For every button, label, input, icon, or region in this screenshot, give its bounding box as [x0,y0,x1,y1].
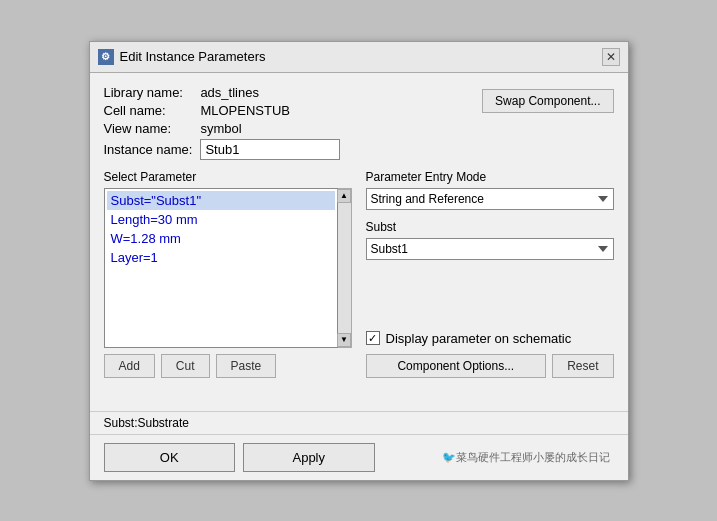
display-param-checkbox[interactable] [366,331,380,345]
cell-value: MLOPENSTUB [200,103,340,118]
instance-name-input[interactable] [200,139,340,160]
bottom-buttons: OK Apply 🐦菜鸟硬件工程师小屡的成长日记 [90,434,628,480]
add-button[interactable]: Add [104,354,155,378]
scroll-up-arrow[interactable]: ▲ [337,189,351,203]
param-list-container: Subst="Subst1" Length=30 mm W=1.28 mm La… [104,188,352,348]
header-row: Library name: ads_tlines Cell name: MLOP… [104,85,614,160]
instance-label: Instance name: [104,142,193,157]
param-item-0[interactable]: Subst="Subst1" [107,191,335,210]
dialog-content: Library name: ads_tlines Cell name: MLOP… [90,73,628,409]
right-panel: Parameter Entry Mode String and Referenc… [366,170,614,378]
action-buttons: Add Cut Paste [104,354,352,378]
display-param-label: Display parameter on schematic [386,331,572,346]
status-text: Subst:Substrate [104,416,189,430]
display-param-row: Display parameter on schematic [366,331,614,346]
cut-button[interactable]: Cut [161,354,210,378]
library-value: ads_tlines [200,85,340,100]
reset-button[interactable]: Reset [552,354,613,378]
param-item-3[interactable]: Layer=1 [107,248,335,267]
title-bar: ⚙ Edit Instance Parameters ✕ [90,42,628,73]
edit-instance-dialog: ⚙ Edit Instance Parameters ✕ Library nam… [89,41,629,481]
subst-field-label: Subst [366,220,614,234]
param-list[interactable]: Subst="Subst1" Length=30 mm W=1.28 mm La… [104,188,338,348]
main-section: Select Parameter Subst="Subst1" Length=3… [104,170,614,378]
title-bar-left: ⚙ Edit Instance Parameters [98,49,266,65]
apply-button[interactable]: Apply [243,443,375,472]
watermark: 🐦菜鸟硬件工程师小屡的成长日记 [383,443,614,472]
close-button[interactable]: ✕ [602,48,620,66]
dialog-title: Edit Instance Parameters [120,49,266,64]
subst-select[interactable]: Subst1 [366,238,614,260]
entry-mode-label: Parameter Entry Mode [366,170,614,184]
view-label: View name: [104,121,193,136]
swap-component-button[interactable]: Swap Component... [482,89,613,113]
select-param-label: Select Parameter [104,170,352,184]
param-item-1[interactable]: Length=30 mm [107,210,335,229]
param-item-2[interactable]: W=1.28 mm [107,229,335,248]
cell-label: Cell name: [104,103,193,118]
library-label: Library name: [104,85,193,100]
right-action-buttons: Component Options... Reset [366,354,614,378]
view-value: symbol [200,121,340,136]
ok-button[interactable]: OK [104,443,236,472]
param-list-scrollbar[interactable]: ▲ ▼ [338,188,352,348]
dialog-icon: ⚙ [98,49,114,65]
left-panel: Select Parameter Subst="Subst1" Length=3… [104,170,352,378]
header-info: Library name: ads_tlines Cell name: MLOP… [104,85,341,160]
component-options-button[interactable]: Component Options... [366,354,547,378]
paste-button[interactable]: Paste [216,354,277,378]
entry-mode-select[interactable]: String and Reference Expression Value [366,188,614,210]
status-bar: Subst:Substrate [90,411,628,434]
scroll-down-arrow[interactable]: ▼ [337,333,351,347]
